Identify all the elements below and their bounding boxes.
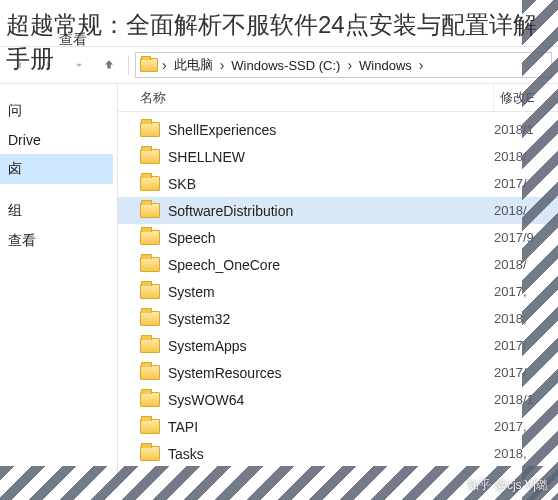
arrow-up-icon [102,58,116,72]
folder-icon [140,365,160,380]
file-name: ShellExperiences [168,122,276,138]
sidebar-item[interactable]: 问 [0,96,113,126]
table-row[interactable]: System322018, [118,305,558,332]
nav-up-button[interactable] [96,51,122,79]
file-name: System [168,284,215,300]
table-row[interactable]: SHELLNEW2018/ [118,143,558,170]
arrow-left-icon [11,57,27,73]
table-row[interactable]: System2017, [118,278,558,305]
arrow-right-icon [41,57,57,73]
breadcrumb-folder[interactable]: Windows [356,56,415,75]
file-date: 2018/1 [494,122,558,137]
file-date: 2017/ [494,338,558,353]
folder-icon [140,58,158,72]
table-row[interactable]: SKB2017/ [118,170,558,197]
file-date: 2018/1 [494,392,558,407]
column-headers: 名称 修改E [118,84,558,112]
file-date: 2017/ [494,176,558,191]
separator [128,55,129,75]
file-date: 2017/ [494,365,558,380]
nav-back-button[interactable] [6,51,32,79]
nav-recent-button[interactable] [66,51,92,79]
menubar: 查看 [0,0,558,46]
file-name: SysWOW64 [168,392,244,408]
file-name: System32 [168,311,230,327]
folder-icon [140,257,160,272]
table-row[interactable]: SoftwareDistribution2018/ [118,197,558,224]
file-name: SystemResources [168,365,282,381]
column-date[interactable]: 修改E [494,84,558,111]
table-row[interactable]: TAPI2017, [118,413,558,440]
folder-icon [140,446,160,461]
table-row[interactable]: SystemApps2017/ [118,332,558,359]
folder-icon [140,149,160,164]
nav-forward-button[interactable] [36,51,62,79]
file-date: 2018, [494,446,558,461]
file-name: Speech_OneCore [168,257,280,273]
folder-icon [140,122,160,137]
file-date: 2018/ [494,257,558,272]
address-bar[interactable]: › 此电脑 › Windows-SSD (C:) › Windows › [135,52,552,78]
file-date: 2017, [494,284,558,299]
breadcrumb-drive[interactable]: Windows-SSD (C:) [228,56,343,75]
column-name[interactable]: 名称 [118,84,494,111]
table-row[interactable]: Tasks2018, [118,440,558,467]
file-date: 2018/ [494,203,558,218]
file-name: TAPI [168,419,198,435]
file-name: SystemApps [168,338,247,354]
sidebar-item[interactable]: 组 [0,196,113,226]
folder-icon [140,284,160,299]
table-row[interactable]: Speech_OneCore2018/ [118,251,558,278]
file-date: 2017/9 [494,230,558,245]
folder-icon [140,419,160,434]
main-panel: 名称 修改E ShellExperiences2018/1SHELLNEW201… [118,84,558,492]
sidebar-item[interactable]: 卤 [0,154,113,184]
file-list: ShellExperiences2018/1SHELLNEW2018/SKB20… [118,112,558,471]
file-name: SKB [168,176,196,192]
file-name: Tasks [168,446,204,462]
folder-icon [140,203,160,218]
chevron-right-icon: › [162,57,167,73]
toolbar: › 此电脑 › Windows-SSD (C:) › Windows › [0,46,558,84]
chevron-right-icon: › [347,57,352,73]
table-row[interactable]: SystemResources2017/ [118,359,558,386]
file-date: 2017, [494,419,558,434]
sidebar-item[interactable] [0,184,113,196]
chevron-right-icon: › [220,57,225,73]
breadcrumb-this-pc[interactable]: 此电脑 [171,54,216,76]
folder-icon [140,392,160,407]
sidebar: 问Drive卤组查看 [0,84,118,492]
chevron-right-icon: › [419,57,424,73]
folder-icon [140,311,160,326]
table-row[interactable]: Speech2017/9 [118,224,558,251]
sidebar-item[interactable]: 查看 [0,226,113,256]
folder-icon [140,176,160,191]
sidebar-item[interactable]: Drive [0,126,113,154]
file-name: SoftwareDistribution [168,203,293,219]
table-row[interactable]: SysWOW642018/1 [118,386,558,413]
file-name: SHELLNEW [168,149,245,165]
chevron-down-icon [71,57,87,73]
file-date: 2018/ [494,149,558,164]
folder-icon [140,230,160,245]
file-name: Speech [168,230,215,246]
table-row[interactable]: ShellExperiences2018/1 [118,116,558,143]
file-date: 2018, [494,311,558,326]
folder-icon [140,338,160,353]
